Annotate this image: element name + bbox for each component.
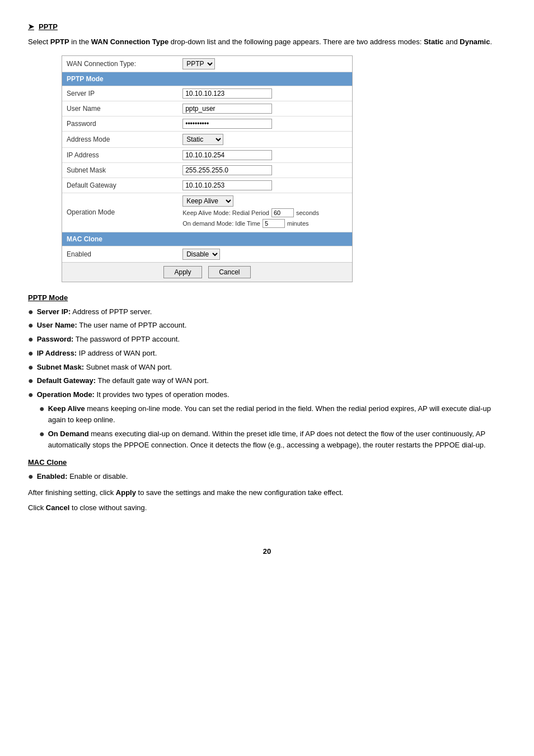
password-row: Password <box>62 116 352 131</box>
address-mode-row: Address Mode Static Dynamic <box>62 131 352 147</box>
list-item-subnet-mask: ● Subnet Mask: Subnet mask of WAN port. <box>28 362 506 374</box>
bullet-icon: ● <box>28 320 34 332</box>
server-ip-row: Server IP <box>62 86 352 101</box>
footer-note-1: After finishing setting, click Apply to … <box>28 487 506 498</box>
mac-clone-desc-title: MAC Clone <box>28 458 506 466</box>
seconds-label: seconds <box>296 209 319 216</box>
title-text: PPTP <box>39 22 58 31</box>
list-item-on-demand: ● On Demand means executing dial-up on d… <box>39 428 506 450</box>
wan-type-label: WAN Connection Type: <box>62 56 178 72</box>
cancel-button[interactable]: Cancel <box>208 266 250 278</box>
mac-clone-header: MAC Clone <box>62 232 352 246</box>
keep-alive-desc: Keep Alive means keeping on-line mode. Y… <box>48 403 506 425</box>
mac-clone-header-row: MAC Clone <box>62 232 352 246</box>
operation-mode-row: Operation Mode Keep Alive On Demand Keep… <box>62 193 352 232</box>
pptp-form-table: WAN Connection Type: PPTP PPTP Mode Serv… <box>62 56 352 262</box>
user-name-desc: User Name: The user name of PPTP account… <box>37 320 187 331</box>
list-item-user-name: ● User Name: The user name of PPTP accou… <box>28 320 506 332</box>
password-value-cell <box>178 116 352 131</box>
mac-clone-list: ● Enabled: Enable or disable. <box>28 471 506 483</box>
page-number: 20 <box>28 547 506 556</box>
server-ip-input[interactable] <box>182 88 272 99</box>
bullet-icon: ● <box>28 306 34 318</box>
list-item-server-ip: ● Server IP: Address of PPTP server. <box>28 306 506 318</box>
bullet-icon: ● <box>28 348 34 360</box>
address-mode-value-cell: Static Dynamic <box>178 131 352 147</box>
operation-mode-sub-list: ● Keep Alive means keeping on-line mode.… <box>39 403 506 450</box>
bullet-icon: ● <box>28 389 34 401</box>
bullet-icon: ● <box>28 471 34 483</box>
user-name-input[interactable] <box>182 104 272 114</box>
server-ip-desc: Server IP: Address of PPTP server. <box>37 306 152 318</box>
default-gateway-label: Default Gateway <box>62 178 178 193</box>
list-item-default-gateway: ● Default Gateway: The default gate way … <box>28 375 506 387</box>
minutes-label: minutes <box>287 220 309 227</box>
subnet-mask-input[interactable] <box>182 165 272 175</box>
bullet-icon: ● <box>28 362 34 374</box>
list-item-enabled: ● Enabled: Enable or disable. <box>28 471 506 483</box>
keep-alive-label: Keep Alive Mode: Redial Period <box>182 209 269 216</box>
list-item-keep-alive: ● Keep Alive means keeping on-line mode.… <box>39 403 506 425</box>
server-ip-value-cell <box>178 86 352 101</box>
list-item-password: ● Password: The password of PPTP account… <box>28 334 506 346</box>
subnet-mask-desc: Subnet Mask: Subnet mask of WAN port. <box>37 362 172 373</box>
wan-type-value-cell: PPTP <box>178 56 352 72</box>
user-name-label: User Name <box>62 101 178 116</box>
ip-address-value-cell <box>178 147 352 162</box>
enabled-select[interactable]: Disable Enable <box>182 249 220 260</box>
server-ip-label: Server IP <box>62 86 178 101</box>
pptp-mode-desc-title: PPTP Mode <box>28 293 506 302</box>
default-gateway-value-cell <box>178 178 352 193</box>
operation-mode-desc: Operation Mode: It provides two types of… <box>37 389 229 400</box>
apply-button[interactable]: Apply <box>163 266 202 278</box>
buttons-row: Apply Cancel <box>62 262 352 282</box>
redial-period-input[interactable] <box>271 208 294 217</box>
operation-mode-select[interactable]: Keep Alive On Demand <box>182 195 233 207</box>
default-gateway-row: Default Gateway <box>62 178 352 193</box>
address-mode-label: Address Mode <box>62 131 178 147</box>
wan-type-row: WAN Connection Type: PPTP <box>62 56 352 72</box>
list-item-operation-mode: ● Operation Mode: It provides two types … <box>28 389 506 401</box>
pptp-mode-list: ● Server IP: Address of PPTP server. ● U… <box>28 306 506 402</box>
password-label: Password <box>62 116 178 131</box>
dynamic-bold: Dynamic <box>460 38 490 46</box>
bullet-icon: ● <box>39 403 45 415</box>
ip-address-row: IP Address <box>62 147 352 162</box>
pptp-bold: PPTP <box>50 38 69 46</box>
pptp-mode-header: PPTP Mode <box>62 72 352 86</box>
enabled-row: Enabled Disable Enable <box>62 246 352 262</box>
ip-address-desc: IP Address: IP address of WAN port. <box>37 348 157 359</box>
pptp-mode-header-row: PPTP Mode <box>62 72 352 86</box>
intro-paragraph: Select PPTP in the WAN Connection Type d… <box>28 36 506 48</box>
operation-mode-value-cell: Keep Alive On Demand Keep Alive Mode: Re… <box>178 193 352 232</box>
enabled-label: Enabled <box>62 246 178 262</box>
enabled-desc: Enabled: Enable or disable. <box>37 471 128 482</box>
pptp-mode-description: PPTP Mode ● Server IP: Address of PPTP s… <box>28 293 506 451</box>
bullet-icon: ● <box>28 375 34 387</box>
section-title: ➤ PPTP <box>28 22 506 31</box>
operation-mode-label: Operation Mode <box>62 193 178 232</box>
subnet-mask-label: Subnet Mask <box>62 162 178 178</box>
mac-clone-description: MAC Clone ● Enabled: Enable or disable. … <box>28 458 506 514</box>
user-name-row: User Name <box>62 101 352 116</box>
wan-type-select[interactable]: PPTP <box>182 58 215 69</box>
default-gateway-input[interactable] <box>182 180 272 190</box>
bullet-icon: ● <box>28 334 34 346</box>
arrow-icon: ➤ <box>28 22 34 31</box>
idle-time-input[interactable] <box>263 219 285 228</box>
subnet-mask-value-cell <box>178 162 352 178</box>
subnet-mask-row: Subnet Mask <box>62 162 352 178</box>
password-desc: Password: The password of PPTP account. <box>37 334 180 345</box>
user-name-value-cell <box>178 101 352 116</box>
enabled-value-cell: Disable Enable <box>178 246 352 262</box>
wan-type-bold: WAN Connection Type <box>91 38 168 46</box>
footer-note-2: Click Cancel to close without saving. <box>28 502 506 514</box>
password-input[interactable] <box>182 119 272 129</box>
bullet-icon: ● <box>39 428 45 440</box>
default-gateway-desc: Default Gateway: The default gate way of… <box>37 375 209 386</box>
ip-address-input[interactable] <box>182 150 272 160</box>
ip-address-label: IP Address <box>62 147 178 162</box>
list-item-ip-address: ● IP Address: IP address of WAN port. <box>28 348 506 360</box>
address-mode-select[interactable]: Static Dynamic <box>182 134 223 145</box>
static-bold: Static <box>424 38 443 46</box>
